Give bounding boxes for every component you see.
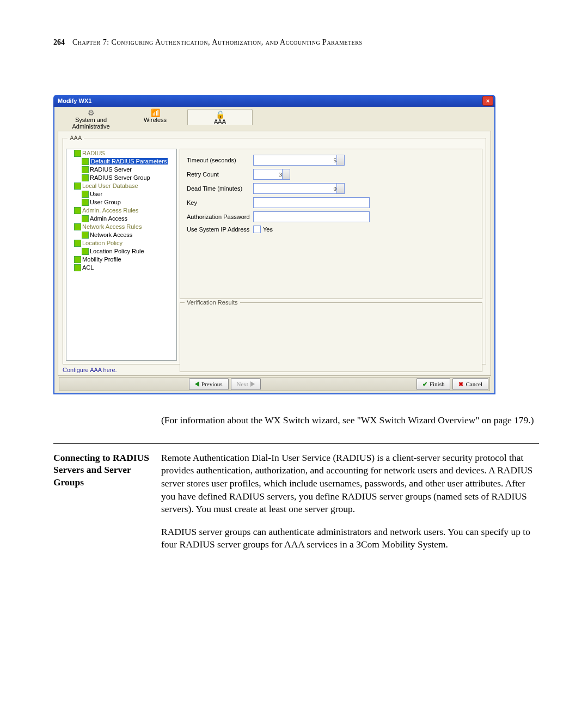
finish-button[interactable]: ✔Finish [416, 378, 451, 390]
antenna-icon: 📶 [123, 109, 187, 117]
cancel-button[interactable]: ✖Cancel [452, 378, 488, 390]
tree-local-user-db[interactable]: Local User Database User User Group [74, 182, 176, 206]
previous-button[interactable]: Previous [189, 378, 229, 390]
arrow-right-icon [250, 381, 255, 387]
tab-system[interactable]: ⚙ System and Administrative [59, 109, 123, 130]
gear-icon: ⚙ [59, 109, 123, 117]
tree-user-group[interactable]: User Group [82, 198, 176, 206]
modify-wx1-dialog: Modify WX1 × ⚙ System and Administrative… [53, 95, 495, 395]
section-heading: Connecting to RADIUS Servers and Server … [53, 452, 161, 489]
aaa-tree[interactable]: RADIUS Default RADIUS Parameters RADIUS … [66, 149, 177, 361]
caption-paragraph: (For information about the WX Switch wiz… [161, 414, 539, 427]
key-label: Key [187, 199, 253, 206]
tree-default-radius-params[interactable]: Default RADIUS Parameters [82, 157, 176, 166]
tree-network-rules[interactable]: Network Access Rules Network Access [74, 223, 176, 239]
check-icon: ✔ [422, 381, 427, 388]
tree-location-policy-rule[interactable]: Location Policy Rule [82, 247, 176, 255]
tree-radius[interactable]: RADIUS Default RADIUS Parameters RADIUS … [74, 149, 176, 182]
dead-input[interactable]: 0 [253, 183, 345, 194]
section-body: Remote Authentication Dial-In User Servi… [161, 452, 539, 561]
status-text: Configure AAA here. [63, 367, 486, 373]
page-header: 264 Chapter 7: Configuring Authenticatio… [53, 38, 539, 47]
window-title: Modify WX1 [58, 98, 91, 104]
close-icon[interactable]: × [482, 96, 493, 106]
section-divider [53, 443, 539, 444]
useip-label: Use System IP Address [187, 226, 253, 233]
useip-checkbox[interactable] [253, 226, 261, 233]
tree-admin-rules[interactable]: Admin. Access Rules Admin Access [74, 206, 176, 223]
useip-yes: Yes [263, 226, 273, 233]
top-tabs: ⚙ System and Administrative 📶 Wireless 🔒… [54, 107, 494, 131]
chapter-title: Chapter 7: Configuring Authentication, A… [72, 38, 362, 46]
page-number: 264 [53, 38, 65, 46]
arrow-left-icon [195, 381, 199, 387]
x-icon: ✖ [458, 381, 463, 388]
aaa-fieldset: AAA RADIUS Default RADIUS Parameters RAD… [63, 135, 486, 364]
tree-network-access[interactable]: Network Access [82, 231, 176, 239]
tree-location-policy[interactable]: Location Policy Location Policy Rule [74, 239, 176, 255]
titlebar: Modify WX1 × [53, 95, 495, 107]
verification-results: Verification Results [180, 302, 482, 372]
timeout-input[interactable]: 5 [253, 155, 345, 166]
button-bar: Previous Next ✔Finish ✖Cancel [59, 377, 490, 391]
dead-label: Dead Time (minutes) [187, 185, 253, 192]
radius-params-form: Timeout (seconds) 5 Retry Count 3 Dead T… [180, 149, 482, 299]
tab-aaa[interactable]: 🔒 AAA [187, 109, 253, 125]
section-p1: Remote Authentication Dial-In User Servi… [161, 452, 539, 516]
tree-mobility-profile[interactable]: Mobility Profile [74, 255, 176, 264]
key-input[interactable] [253, 197, 370, 208]
lock-icon: 🔒 [188, 111, 252, 118]
tree-radius-server-group[interactable]: RADIUS Server Group [82, 174, 176, 182]
tree-user[interactable]: User [82, 190, 176, 198]
aaa-legend: AAA [68, 135, 84, 141]
next-button[interactable]: Next [231, 378, 261, 390]
tree-acl[interactable]: ACL [74, 264, 176, 272]
authpw-label: Authorization Password [187, 214, 253, 220]
tree-admin-access[interactable]: Admin Access [82, 215, 176, 223]
retry-input[interactable]: 3 [253, 169, 290, 180]
tree-radius-server[interactable]: RADIUS Server [82, 166, 176, 174]
section-p2: RADIUS server groups can authenticate ad… [161, 526, 539, 551]
authpw-input[interactable] [253, 211, 370, 222]
timeout-label: Timeout (seconds) [187, 157, 253, 163]
retry-label: Retry Count [187, 171, 253, 178]
tab-wireless[interactable]: 📶 Wireless [123, 109, 187, 123]
